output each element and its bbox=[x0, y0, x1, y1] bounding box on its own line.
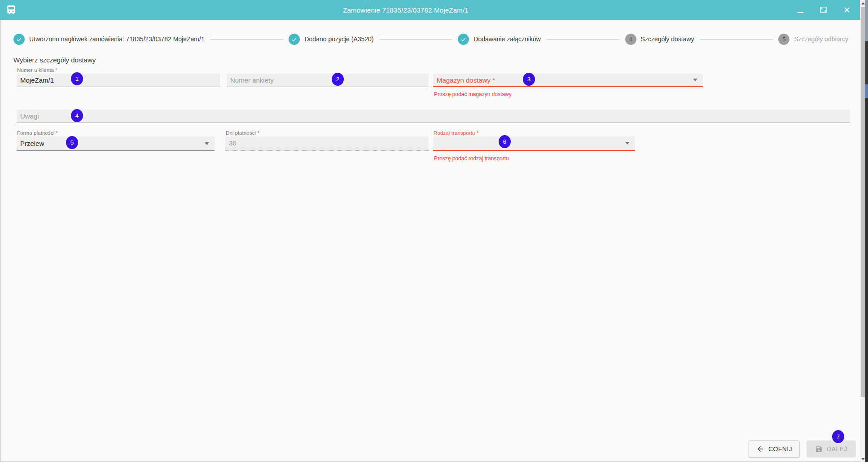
rodzaj-transportu-error: Proszę podać rodzaj transportu bbox=[434, 155, 509, 162]
uwagi-input[interactable] bbox=[17, 110, 850, 123]
forma-platnosci-value: Przelew bbox=[20, 140, 205, 147]
step-label: Dodawanie załączników bbox=[473, 35, 540, 43]
scrollbar-thumb[interactable] bbox=[861, 7, 865, 397]
callout-badge-2: 2 bbox=[332, 73, 344, 86]
numer-u-klienta-label: Numer u klienta * bbox=[17, 67, 57, 73]
chevron-down-icon bbox=[625, 142, 630, 145]
back-button-label: COFNIJ bbox=[768, 445, 792, 453]
step-connector bbox=[379, 39, 453, 40]
callout-badge-3: 3 bbox=[523, 73, 535, 86]
numer-ankiety-field bbox=[227, 74, 429, 87]
step-recipient-details[interactable]: 5 Szczegóły odbiorcy bbox=[778, 34, 848, 45]
uwagi-field bbox=[17, 110, 850, 123]
check-icon bbox=[458, 34, 469, 45]
step-label: Szczegóły odbiorcy bbox=[794, 35, 848, 43]
chevron-down-icon bbox=[205, 142, 209, 145]
save-icon bbox=[815, 445, 823, 453]
wizard-stepper: Utworzono nagłówek zamówienia: 71835/23/… bbox=[13, 33, 848, 45]
minimize-icon[interactable] bbox=[795, 5, 805, 15]
rodzaj-transportu-label: Rodzaj transportu * bbox=[434, 130, 478, 136]
magazyn-dostawy-label: Magazyn dostawy * bbox=[437, 76, 693, 84]
step-delivery-details[interactable]: 4 Szczegóły dostawy bbox=[625, 34, 694, 45]
callout-badge-4: 4 bbox=[71, 109, 83, 122]
vertical-scrollbar[interactable] bbox=[860, 0, 865, 462]
step-connector bbox=[700, 39, 773, 40]
window-title: Zamówienie 71835/23/03782 MojeZam/1 bbox=[0, 6, 811, 14]
callout-badge-7: 7 bbox=[832, 430, 844, 443]
callout-badge-1: 1 bbox=[71, 72, 83, 85]
step-number-badge: 4 bbox=[625, 34, 636, 45]
callout-badge-6: 6 bbox=[499, 135, 511, 148]
desktop-edge-strip bbox=[865, 0, 868, 462]
dni-platnosci-value: 30 bbox=[225, 136, 429, 150]
check-icon bbox=[13, 34, 25, 45]
step-items[interactable]: Dodano pozycje (A3520) bbox=[289, 34, 373, 45]
step-label: Szczegóły dostawy bbox=[641, 35, 694, 43]
step-number-badge: 5 bbox=[778, 34, 789, 45]
magazyn-dostawy-select[interactable]: Magazyn dostawy * bbox=[433, 74, 703, 87]
next-button-label: DALEJ bbox=[827, 445, 847, 453]
rodzaj-transportu-select[interactable] bbox=[433, 136, 635, 151]
title-bar: Zamówienie 71835/23/03782 MojeZam/1 ✕ bbox=[0, 0, 865, 20]
step-connector bbox=[546, 39, 620, 40]
magazyn-dostawy-error: Proszę podać magazyn dostawy bbox=[434, 91, 512, 97]
step-label: Utworzono nagłówek zamówienia: 71835/23/… bbox=[29, 35, 205, 43]
window-controls: ✕ bbox=[795, 0, 852, 20]
numer-ankiety-input[interactable] bbox=[227, 74, 429, 87]
close-icon[interactable]: ✕ bbox=[842, 5, 852, 15]
numer-u-klienta-field bbox=[17, 74, 220, 87]
step-attachments[interactable]: Dodawanie załączników bbox=[458, 34, 540, 45]
step-connector bbox=[210, 39, 284, 40]
dni-platnosci-field: 30 bbox=[225, 136, 429, 151]
step-header[interactable]: Utworzono nagłówek zamówienia: 71835/23/… bbox=[13, 34, 205, 45]
next-button[interactable]: DALEJ bbox=[807, 440, 856, 458]
chevron-down-icon bbox=[693, 79, 697, 81]
step-label: Dodano pozycje (A3520) bbox=[304, 35, 373, 43]
restore-icon[interactable] bbox=[819, 5, 829, 15]
order-dialog-window: Zamówienie 71835/23/03782 MojeZam/1 ✕ Ut… bbox=[0, 0, 868, 462]
section-heading: Wybierz szczegóły dostawy bbox=[13, 56, 96, 64]
back-button[interactable]: COFNIJ bbox=[749, 440, 800, 458]
numer-u-klienta-input[interactable] bbox=[17, 74, 220, 87]
callout-badge-5: 5 bbox=[66, 136, 78, 149]
dni-platnosci-label: Dni płatności * bbox=[226, 130, 259, 136]
check-icon bbox=[289, 34, 300, 45]
forma-platnosci-select[interactable]: Przelew bbox=[17, 136, 215, 151]
back-arrow-icon bbox=[756, 445, 764, 453]
forma-platnosci-label: Forma płatności * bbox=[17, 130, 58, 136]
